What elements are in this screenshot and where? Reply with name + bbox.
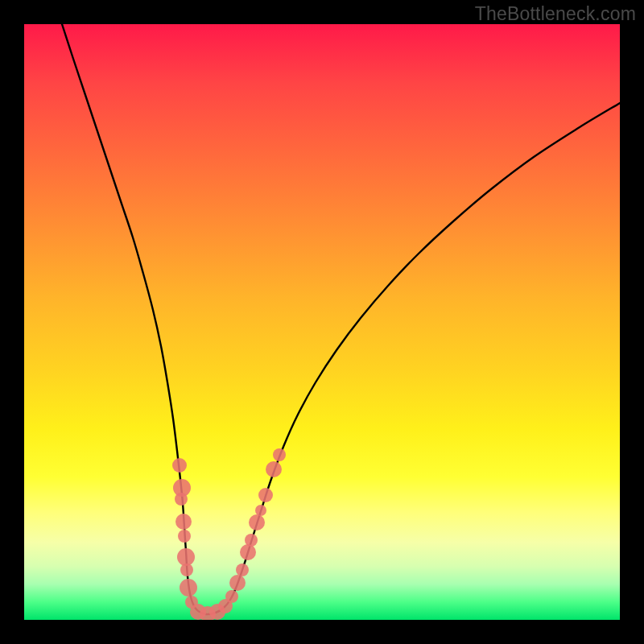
scatter-dot xyxy=(255,505,266,516)
watermark-text: TheBottleneck.com xyxy=(475,3,636,25)
scatter-dot xyxy=(172,458,187,473)
scatter-dots xyxy=(172,448,286,620)
scatter-dot xyxy=(258,488,273,502)
scatter-dot xyxy=(178,530,191,543)
scatter-dot xyxy=(245,534,258,547)
scatter-dot xyxy=(266,461,282,477)
scatter-dot xyxy=(175,493,188,506)
scatter-dot xyxy=(236,564,249,576)
scatter-dot xyxy=(225,590,238,603)
scatter-dot xyxy=(240,544,256,560)
chart-svg xyxy=(24,24,620,620)
bottleneck-curve xyxy=(62,24,620,614)
scatter-dot xyxy=(249,514,265,530)
scatter-dot xyxy=(177,548,195,566)
scatter-dot xyxy=(273,448,286,461)
scatter-dot xyxy=(229,575,246,591)
scatter-dot xyxy=(180,579,197,597)
scatter-dot xyxy=(175,514,192,530)
plot-area xyxy=(24,24,620,620)
chart-frame: TheBottleneck.com xyxy=(0,0,644,644)
scatter-dot xyxy=(180,564,193,576)
